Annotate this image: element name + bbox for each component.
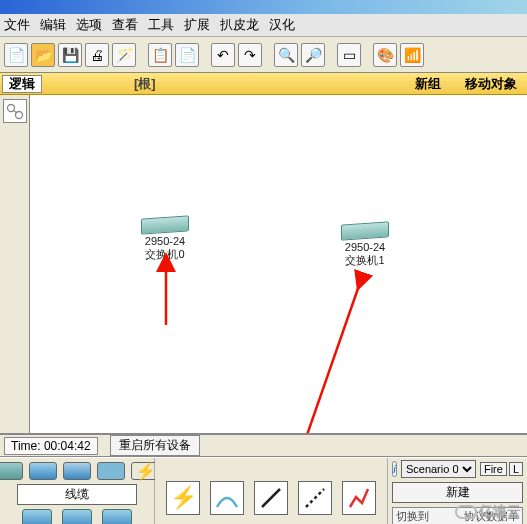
print-icon[interactable]: 🖨 [85, 43, 109, 67]
window-titlebar [0, 0, 527, 14]
palette-icon[interactable]: 🎨 [373, 43, 397, 67]
logical-tab[interactable]: 逻辑 [2, 75, 42, 93]
pdu-switch-row[interactable]: 切换到 协议数据单 [392, 507, 523, 524]
device-name-label: 交换机0 [130, 248, 200, 261]
device-switch-0[interactable]: 2950-24 交换机0 [130, 217, 200, 261]
cable-console-icon[interactable] [210, 481, 244, 515]
annotation-arrows [30, 95, 527, 433]
new-cluster-button[interactable]: 新组 [415, 75, 441, 93]
custom-device-icon[interactable]: 📶 [400, 43, 424, 67]
category-name-box: 线缆 [17, 484, 137, 505]
device-model-label: 2950-24 [130, 235, 200, 248]
save-icon[interactable]: 💾 [58, 43, 82, 67]
power-cycle-devices-button[interactable]: 重启所有设备 [110, 435, 200, 456]
status-bar: Time: 00:04:42 重启所有设备 [0, 435, 527, 457]
sim-time-display: Time: 00:04:42 [4, 437, 98, 455]
menu-edit[interactable]: 编辑 [40, 16, 66, 34]
menu-pkl[interactable]: 扒皮龙 [220, 16, 259, 34]
category-switches-icon[interactable] [29, 462, 57, 480]
scenario-panel: i Scenario 0 Fire L 新建 切换到 协议数据单 [387, 458, 527, 524]
switch-icon [341, 221, 389, 240]
wizard-icon[interactable]: 🪄 [112, 43, 136, 67]
switch-icon [141, 215, 189, 234]
open-folder-icon[interactable]: 📂 [31, 43, 55, 67]
menu-tools[interactable]: 工具 [148, 16, 174, 34]
topology-canvas[interactable]: 2950-24 交换机0 2950-24 交换机1 [30, 95, 527, 433]
copy-icon[interactable]: 📋 [148, 43, 172, 67]
main-toolbar: 📄 📂 💾 🖨 🪄 📋 📄 ↶ ↷ 🔍 🔎 ▭ 🎨 📶 [0, 37, 527, 73]
draw-shape-icon[interactable]: ▭ [337, 43, 361, 67]
cable-straight-icon[interactable] [254, 481, 288, 515]
model-item[interactable] [62, 509, 92, 524]
device-model-label: 2950-24 [330, 241, 400, 254]
move-object-button[interactable]: 移动对象 [465, 75, 517, 93]
workspace-side-toolbar [0, 95, 30, 433]
redo-icon[interactable]: ↷ [238, 43, 262, 67]
undo-icon[interactable]: ↶ [211, 43, 235, 67]
cable-serial-icon[interactable] [342, 481, 376, 515]
model-item[interactable] [22, 509, 52, 524]
category-routers-icon[interactable] [0, 462, 23, 480]
scenario-new-button[interactable]: 新建 [392, 482, 523, 503]
category-hubs-icon[interactable] [63, 462, 91, 480]
device-switch-1[interactable]: 2950-24 交换机1 [330, 223, 400, 267]
menu-bar: 文件 编辑 选项 查看 工具 扩展 扒皮龙 汉化 [0, 14, 527, 37]
device-name-label: 交换机1 [330, 254, 400, 267]
menu-view[interactable]: 查看 [112, 16, 138, 34]
device-category-panel: ⚡ 线缆 [0, 458, 155, 524]
fire-button[interactable]: Fire [480, 462, 507, 476]
svg-line-5 [262, 489, 280, 507]
zoom-in-icon[interactable]: 🔍 [274, 43, 298, 67]
svg-line-6 [306, 489, 324, 507]
model-item[interactable] [102, 509, 132, 524]
menu-extensions[interactable]: 扩展 [184, 16, 210, 34]
nav-root-label[interactable]: [根] [134, 75, 156, 93]
zoom-out-icon[interactable]: 🔎 [301, 43, 325, 67]
logic-navbar: 逻辑 [根] 新组 移动对象 [0, 73, 527, 95]
menu-hanhua[interactable]: 汉化 [269, 16, 295, 34]
category-wireless-icon[interactable] [97, 462, 125, 480]
navigate-icon[interactable] [3, 99, 27, 123]
last-status-button[interactable]: L [509, 462, 523, 476]
bottom-panel: ⚡ 线缆 ⚡ i Scenario 0 Fire [0, 457, 527, 524]
scenario-select[interactable]: Scenario 0 [401, 460, 476, 478]
svg-line-4 [300, 277, 362, 433]
workspace: 2950-24 交换机0 2950-24 交换机1 [0, 95, 527, 435]
info-icon[interactable]: i [392, 461, 397, 477]
svg-line-2 [13, 110, 17, 113]
connection-type-strip: ⚡ [155, 458, 387, 524]
cable-auto-icon[interactable]: ⚡ [166, 481, 200, 515]
new-file-icon[interactable]: 📄 [4, 43, 28, 67]
menu-options[interactable]: 选项 [76, 16, 102, 34]
menu-file[interactable]: 文件 [4, 16, 30, 34]
paste-icon[interactable]: 📄 [175, 43, 199, 67]
cable-crossover-icon[interactable] [298, 481, 332, 515]
